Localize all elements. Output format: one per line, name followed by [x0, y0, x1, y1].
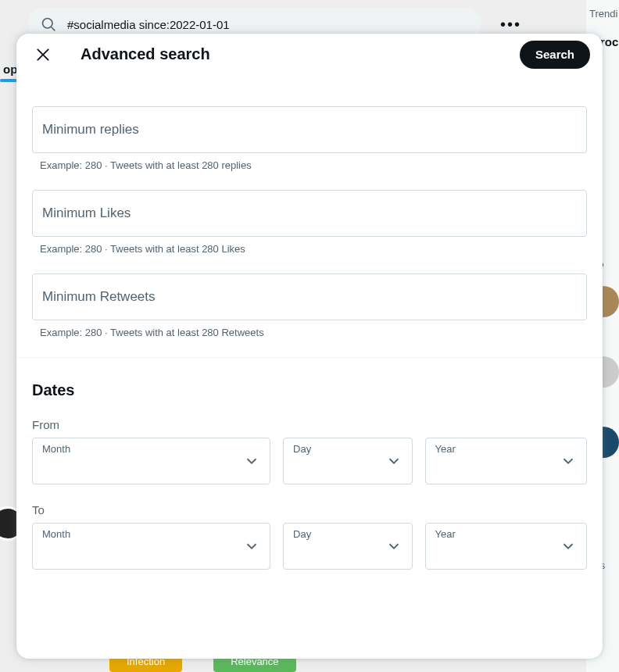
trend-label: Trendi [586, 0, 619, 27]
chevron-down-icon [560, 538, 577, 555]
from-date-row: Month Day Year [32, 438, 587, 484]
min-likes-group: Example: 280 · Tweets with at least 280 … [32, 190, 587, 255]
more-icon[interactable]: ••• [500, 16, 521, 34]
svg-point-0 [43, 19, 53, 29]
search-button[interactable]: Search [520, 41, 590, 69]
dates-heading: Dates [32, 381, 587, 399]
chevron-down-icon [560, 452, 577, 470]
min-replies-helper: Example: 280 · Tweets with at least 280 … [32, 159, 587, 171]
to-day-select[interactable]: Day [283, 523, 413, 570]
search-text: #socialmedia since:2022-01-01 [67, 18, 230, 31]
from-month-select[interactable]: Month [32, 438, 270, 484]
min-likes-input[interactable] [32, 190, 587, 237]
to-month-select[interactable]: Month [32, 523, 270, 570]
min-retweets-helper: Example: 280 · Tweets with at least 280 … [32, 327, 587, 338]
to-year-select[interactable]: Year [425, 523, 587, 570]
section-divider [16, 357, 603, 358]
select-label: Day [293, 528, 311, 540]
select-label: Year [435, 443, 456, 455]
select-label: Year [435, 528, 456, 540]
close-button[interactable] [29, 41, 57, 69]
svg-line-1 [52, 27, 55, 31]
modal-header: Advanced search Search [16, 34, 603, 75]
chevron-down-icon [385, 538, 403, 555]
select-label: Month [42, 443, 70, 455]
from-day-select[interactable]: Day [283, 438, 413, 484]
chevron-down-icon [385, 452, 403, 470]
modal-title: Advanced search [81, 45, 520, 63]
advanced-search-modal: Advanced search Search Example: 280 · Tw… [16, 34, 603, 659]
min-retweets-group: Example: 280 · Tweets with at least 280 … [32, 273, 587, 338]
chevron-down-icon [243, 538, 260, 555]
to-date-row: Month Day Year [32, 523, 587, 570]
min-likes-helper: Example: 280 · Tweets with at least 280 … [32, 243, 587, 255]
min-retweets-input[interactable] [32, 273, 587, 320]
to-label: To [32, 503, 587, 517]
modal-body: Example: 280 · Tweets with at least 280 … [16, 75, 603, 659]
from-year-select[interactable]: Year [425, 438, 587, 484]
select-label: Day [293, 443, 311, 455]
close-icon [35, 47, 51, 63]
from-label: From [32, 418, 587, 431]
search-icon [41, 16, 56, 32]
min-replies-input[interactable] [32, 106, 587, 153]
min-replies-group: Example: 280 · Tweets with at least 280 … [32, 106, 587, 171]
select-label: Month [42, 528, 70, 540]
chevron-down-icon [243, 452, 260, 470]
